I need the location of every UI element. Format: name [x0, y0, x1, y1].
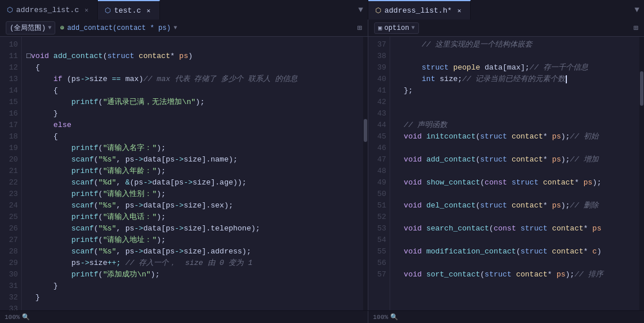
tab-address-list-h[interactable]: ⬡ address_list.h* ✕	[368, 0, 471, 20]
zoom-icon-left: 🔍	[22, 313, 30, 321]
function-icon: ⊕	[60, 24, 64, 32]
scope-dropdown-arrow: ▼	[48, 25, 51, 31]
right-scrollbar-v[interactable]	[639, 37, 644, 310]
left-scrollbar-v[interactable]	[363, 37, 368, 310]
right-split-icon[interactable]: ⊞	[634, 23, 638, 33]
right-pane-menu[interactable]: ▼	[630, 0, 644, 20]
right-zoom: 100% 🔍	[368, 311, 644, 323]
left-breadcrumb: ⊕ add_contact(contact * ps) ▼	[60, 24, 177, 32]
right-code-content[interactable]: // 这里实现的是一个结构体嵌套 struct people data[max]…	[390, 37, 639, 310]
left-pane-header: (全局范围) ▼ ⊕ add_contact(contact * ps) ▼ ⊞	[0, 20, 368, 37]
option-icon: ▣	[378, 24, 382, 32]
left-line-numbers: 1011121314151617181920212223242526272829…	[0, 37, 22, 310]
c-file-icon: ⬡	[7, 6, 13, 14]
zoom-icon-right: 🔍	[390, 313, 398, 321]
right-scrollbar-thumb[interactable]	[640, 71, 643, 106]
pane-row: (全局范围) ▼ ⊕ add_contact(contact * ps) ▼ ⊞…	[0, 20, 644, 310]
bottom-bar: 100% 🔍 100% 🔍	[0, 310, 644, 323]
left-code-area: 1011121314151617181920212223242526272829…	[0, 37, 368, 310]
left-code-content[interactable]: □void add_contact(struct contact* ps) { …	[22, 37, 363, 310]
split-pane-icon[interactable]: ⊞	[357, 23, 362, 33]
h-file-icon: ⬡	[375, 6, 381, 15]
right-line-numbers: 3738394041424344454647484950515253545556…	[368, 37, 390, 310]
left-pane-menu[interactable]: ▼	[354, 0, 368, 20]
editor-container: ⬡ address_list.c ✕ ⬡ test.c ✕ ▼ ⬡ addres…	[0, 0, 644, 323]
right-pane: ▣ option ▼ ⊞ 373839404142434445464748495…	[368, 20, 644, 310]
c-file-icon-2: ⬡	[105, 6, 110, 15]
right-scope-dropdown-arrow: ▼	[411, 25, 415, 31]
close-tab-test-c[interactable]: ✕	[144, 6, 153, 14]
scope-selector-left[interactable]: (全局范围) ▼	[6, 21, 55, 34]
right-code-area: 3738394041424344454647484950515253545556…	[368, 37, 644, 310]
left-scrollbar-thumb[interactable]	[364, 119, 367, 142]
close-tab-address-list-h[interactable]: ✕	[455, 6, 463, 14]
left-zoom: 100% 🔍	[0, 311, 368, 323]
fn-dropdown-arrow: ▼	[174, 25, 177, 31]
scope-selector-right[interactable]: ▣ option ▼	[374, 22, 419, 34]
right-pane-header: ▣ option ▼ ⊞	[368, 20, 644, 37]
tab-test-c[interactable]: ⬡ test.c ✕	[98, 0, 160, 20]
left-pane: (全局范围) ▼ ⊕ add_contact(contact * ps) ▼ ⊞…	[0, 20, 368, 310]
tab-address-list-c[interactable]: ⬡ address_list.c ✕	[0, 0, 98, 20]
close-tab-address-list-c[interactable]: ✕	[82, 6, 90, 14]
tabs-bar: ⬡ address_list.c ✕ ⬡ test.c ✕ ▼ ⬡ addres…	[0, 0, 644, 20]
